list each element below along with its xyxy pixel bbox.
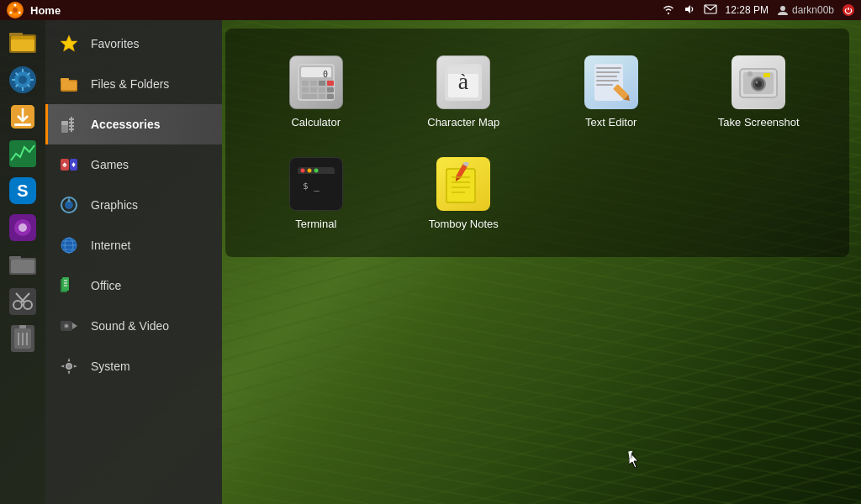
dock-item-settings[interactable]	[5, 62, 40, 97]
panel-time: 12:28 PM	[726, 4, 769, 16]
svg-point-2	[14, 4, 17, 7]
app-tomboy[interactable]: Tomboy Notes	[390, 147, 538, 240]
sidebar-item-favorites[interactable]: Favorites	[45, 24, 222, 64]
sidebar-item-games[interactable]: ♠ ♦ Games	[45, 144, 222, 185]
panel-user[interactable]: darkn00b	[777, 4, 834, 16]
calculator-label: Calculator	[291, 116, 341, 129]
app-terminal[interactable]: $ _ Terminal	[242, 147, 390, 240]
svg-marker-5	[685, 5, 690, 13]
svg-point-24	[18, 223, 27, 232]
svg-point-7	[780, 6, 785, 11]
volume-icon[interactable]	[684, 3, 695, 18]
svg-rect-79	[302, 87, 309, 92]
svg-text:♠: ♠	[62, 160, 67, 169]
svg-point-107	[747, 71, 753, 76]
office-icon	[57, 274, 81, 297]
app-texteditor[interactable]: Text Editor	[537, 45, 685, 139]
texteditor-label: Text Editor	[585, 116, 637, 129]
graphics-icon	[57, 193, 81, 217]
power-button[interactable]	[843, 4, 854, 16]
system-label: System	[91, 360, 130, 373]
svg-rect-80	[310, 87, 317, 92]
svg-rect-84	[302, 94, 317, 99]
sidebar-item-graphics[interactable]: Graphics	[45, 185, 222, 225]
ubuntu-logo[interactable]	[7, 2, 24, 18]
app-panel: 0 Calculator	[225, 29, 849, 257]
app-screenshot[interactable]: Take Screenshot	[685, 45, 833, 139]
svg-rect-41	[61, 78, 69, 81]
dock-item-monitor[interactable]	[5, 136, 40, 171]
svg-point-3	[18, 12, 21, 14]
internet-label: Internet	[91, 239, 130, 252]
screenshot-label: Take Screenshot	[718, 116, 800, 129]
terminal-icon: $ _	[289, 157, 343, 211]
sound-video-label: Sound & Video	[91, 319, 169, 333]
svg-rect-82	[327, 81, 334, 86]
sidebar-item-system[interactable]: System	[45, 346, 222, 386]
svg-rect-91	[594, 64, 623, 101]
dock-item-getdeb[interactable]	[5, 99, 40, 134]
dock-item-skype[interactable]: S	[5, 173, 40, 208]
svg-rect-19	[9, 140, 36, 167]
charmap-icon: à	[436, 55, 490, 109]
svg-rect-77	[310, 81, 317, 86]
sidebar-item-accessories[interactable]: Accessories	[45, 104, 222, 144]
wifi-icon	[662, 3, 675, 18]
accessories-label: Accessories	[91, 118, 161, 131]
svg-text:0: 0	[323, 70, 328, 79]
svg-marker-67	[72, 323, 77, 329]
svg-rect-62	[62, 277, 69, 291]
svg-rect-86	[327, 94, 334, 99]
svg-rect-44	[61, 121, 68, 125]
svg-rect-10	[9, 33, 23, 36]
sidebar-item-files[interactable]: Files & Folders	[45, 64, 222, 104]
graphics-label: Graphics	[91, 198, 138, 212]
desktop: Home 12:28	[0, 0, 861, 504]
svg-point-105	[756, 81, 758, 84]
dock-item-trash[interactable]	[5, 321, 40, 356]
games-label: Games	[91, 158, 129, 171]
dock-item-files[interactable]	[5, 25, 40, 60]
panel-left: Home	[7, 2, 61, 18]
charmap-label: Character Map	[427, 116, 499, 129]
svg-text:S: S	[17, 181, 28, 200]
svg-rect-106	[763, 73, 770, 77]
sidebar-item-office[interactable]: Office	[45, 265, 222, 306]
svg-point-112	[307, 169, 311, 173]
dock-item-purple[interactable]	[5, 210, 40, 245]
files-icon	[57, 72, 81, 96]
games-icon: ♠ ♦	[57, 153, 81, 176]
svg-text:♦: ♦	[71, 160, 76, 169]
svg-rect-92	[596, 67, 621, 69]
app-charmap[interactable]: à Character Map	[390, 45, 538, 139]
svg-rect-90	[448, 67, 478, 74]
mail-icon[interactable]	[704, 3, 717, 17]
svg-rect-78	[319, 81, 325, 86]
system-icon	[57, 354, 81, 378]
dock-item-folder[interactable]	[5, 247, 40, 282]
sidebar-item-internet[interactable]: Internet	[45, 225, 222, 265]
mouse-cursor	[629, 451, 639, 466]
svg-point-55	[65, 201, 73, 209]
svg-point-15	[18, 76, 27, 84]
side-menu: Favorites Files & Folders	[45, 20, 222, 504]
svg-rect-26	[9, 256, 21, 260]
svg-rect-83	[327, 87, 334, 92]
svg-point-111	[300, 169, 304, 173]
app-grid: 0 Calculator	[242, 45, 832, 240]
dock: S	[0, 20, 45, 504]
app-calculator[interactable]: 0 Calculator	[242, 45, 390, 139]
files-label: Files & Folders	[91, 77, 169, 91]
panel-home-label[interactable]: Home	[30, 4, 61, 17]
tomboy-label: Tomboy Notes	[429, 218, 499, 230]
svg-rect-18	[14, 123, 31, 126]
office-label: Office	[91, 279, 121, 292]
svg-rect-94	[596, 76, 617, 77]
sidebar-item-sound-video[interactable]: Sound & Video	[45, 306, 222, 346]
svg-rect-43	[61, 124, 68, 133]
svg-rect-35	[19, 325, 26, 328]
terminal-label: Terminal	[295, 218, 336, 230]
accessories-icon	[57, 113, 81, 136]
dock-item-scissors[interactable]	[5, 284, 40, 319]
calculator-icon: 0	[289, 55, 343, 109]
